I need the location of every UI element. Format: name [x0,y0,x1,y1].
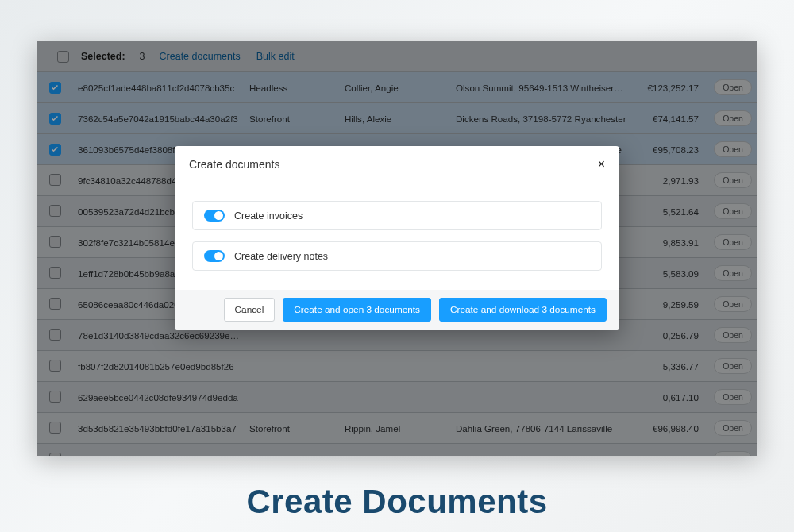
row-checkbox[interactable] [49,298,61,310]
cell-id: 7362c54a5e7042a1915babc44a30a2f3 [73,103,245,134]
open-button[interactable]: Open [714,265,752,281]
cell-id: 629aee5bce0442c08dfe934974d9edda [73,382,245,413]
option-create-delivery-notes[interactable]: Create delivery notes [192,241,602,271]
cell-name: Collier, Angie [340,72,451,103]
cell-price: 2,971.93 [632,165,708,196]
cell-price: €96,998.40 [632,413,708,444]
toggle-create-delivery-notes[interactable] [204,250,225,262]
cell-name: Hills, Alexie [340,103,451,134]
open-button[interactable]: Open [714,79,752,95]
cell-channel: Storefront [245,413,340,444]
cell-channel [245,382,340,413]
create-documents-link[interactable]: Create documents [160,51,241,62]
page-caption: Create Documents [246,483,547,521]
open-button[interactable]: Open [714,451,752,456]
open-button[interactable]: Open [714,203,752,219]
select-all-checkbox[interactable] [57,51,69,63]
cell-addr: General Way, 06513-8685 West Enola [451,444,632,457]
row-checkbox[interactable] [49,236,61,248]
table-row[interactable]: 3d53d5821e35493bbfd0fe17a315b3a7Storefro… [37,413,757,444]
selected-label: Selected: [81,51,125,62]
cell-name [340,382,451,413]
open-button[interactable]: Open [714,327,752,343]
cell-price: €181,252.48 [632,444,708,457]
bulk-action-toolbar: Selected: 3 Create documents Bulk edit [37,41,757,71]
table-row[interactable]: fb807f2d82014081b257e0ed9bd85f265,336.77… [37,351,757,382]
cell-price: €123,252.17 [632,72,708,103]
create-documents-modal: Create documents × Create invoices Creat… [175,146,619,330]
cell-name: Rippin, Jamel [340,413,451,444]
cell-channel [245,351,340,382]
cell-id: 3d53d5821e35493bbfd0fe17a315b3a7 [73,413,245,444]
bulk-edit-link[interactable]: Bulk edit [256,51,295,62]
row-checkbox[interactable] [49,144,61,156]
open-button[interactable]: Open [714,172,752,188]
cell-addr [451,382,632,413]
create-open-button[interactable]: Create and open 3 documents [283,298,431,322]
create-download-button[interactable]: Create and download 3 documents [439,298,607,322]
row-checkbox[interactable] [49,422,61,434]
cell-price: €74,141.57 [632,103,708,134]
open-button[interactable]: Open [714,389,752,405]
cell-price: 5,583.09 [632,258,708,289]
cell-channel: Storefront [245,444,340,457]
modal-title: Create documents [189,158,279,171]
option-label: Create invoices [234,210,303,222]
cell-price: 0,256.79 [632,320,708,351]
selected-count: 3 [140,51,145,62]
open-button[interactable]: Open [714,420,752,436]
row-checkbox[interactable] [49,391,61,403]
cell-addr: Dickens Roads, 37198-5772 Ryanchester [451,103,632,134]
option-label: Create delivery notes [234,251,328,262]
cell-price: 5,521.64 [632,196,708,227]
cell-price: €95,708.23 [632,134,708,165]
cell-channel: Headless [245,72,340,103]
cell-addr [451,351,632,382]
open-button[interactable]: Open [714,141,752,157]
cell-price: 9,259.59 [632,289,708,320]
cancel-button[interactable]: Cancel [224,298,276,322]
row-checkbox[interactable] [49,267,61,279]
row-checkbox[interactable] [49,360,61,372]
row-checkbox[interactable] [49,113,61,125]
toggle-create-invoices[interactable] [204,210,225,222]
cell-addr: Olson Summit, 95649-1513 Wintheiserville [451,72,632,103]
cell-id: fb807f2d82014081b257e0ed9bd85f26 [73,351,245,382]
cell-id: e8025cf1ade448ba811cf2d4078cb35c [73,72,245,103]
table-row[interactable]: b38a44e683a142afaadf300c3d45756fStorefro… [37,444,757,457]
table-row[interactable]: 629aee5bce0442c08dfe934974d9edda0,617.10… [37,382,757,413]
cell-name [340,351,451,382]
table-row[interactable]: e8025cf1ade448ba811cf2d4078cb35cHeadless… [37,72,757,103]
close-icon[interactable]: × [598,157,605,172]
open-button[interactable]: Open [714,234,752,250]
cell-addr: Dahlia Green, 77806-7144 Larissaville [451,413,632,444]
cell-price: 9,853.91 [632,227,708,258]
table-row[interactable]: 7362c54a5e7042a1915babc44a30a2f3Storefro… [37,103,757,134]
row-checkbox[interactable] [49,82,61,94]
cell-id: b38a44e683a142afaadf300c3d45756f [73,444,245,457]
cell-channel: Storefront [245,103,340,134]
open-button[interactable]: Open [714,358,752,374]
open-button[interactable]: Open [714,296,752,312]
option-create-invoices[interactable]: Create invoices [192,201,602,230]
row-checkbox[interactable] [49,174,61,186]
open-button[interactable]: Open [714,110,752,126]
cell-name: Blanda, Durward [340,444,451,457]
cell-price: 0,617.10 [632,382,708,413]
row-checkbox[interactable] [49,205,61,217]
row-checkbox[interactable] [49,329,61,341]
row-checkbox[interactable] [49,453,61,457]
cell-price: 5,336.77 [632,351,708,382]
